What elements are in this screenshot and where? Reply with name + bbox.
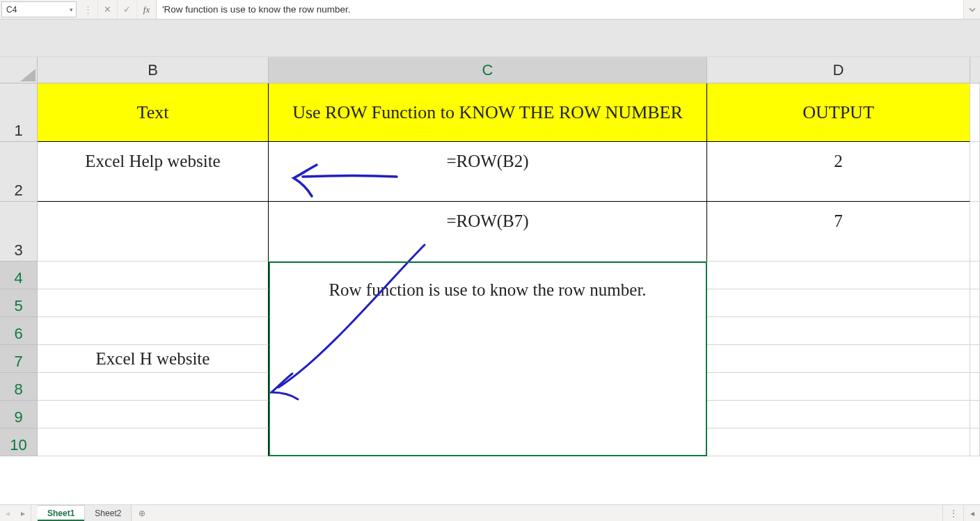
cell-edge xyxy=(970,262,980,289)
cell-text: =ROW(B7) xyxy=(446,211,528,231)
cell-C3[interactable]: =ROW(B7) xyxy=(269,202,707,262)
sheet-tab-sheet1[interactable]: Sheet1 xyxy=(38,505,85,521)
cell-D1[interactable]: OUTPUT xyxy=(707,83,970,142)
spacer xyxy=(152,505,942,521)
row-header-5[interactable]: 5 xyxy=(0,289,38,317)
row-header-4[interactable]: 4 xyxy=(0,262,38,289)
cell-text: Use ROW Function to KNOW THE ROW NUMBER xyxy=(292,102,683,123)
name-box-value: C4 xyxy=(6,5,17,15)
cell-D5[interactable] xyxy=(707,289,970,317)
col-header-D[interactable]: D xyxy=(707,57,970,83)
triangle-left-icon: ◂ xyxy=(970,508,974,518)
cell-text: 2 xyxy=(834,152,843,171)
chevron-down-icon xyxy=(969,6,976,13)
cell-D8[interactable] xyxy=(707,373,970,401)
ribbon-spacer xyxy=(0,19,980,57)
cell-text: Excel H website xyxy=(96,349,210,369)
col-header-edge xyxy=(970,57,980,83)
cell-B10[interactable] xyxy=(38,428,269,456)
cell-B4[interactable] xyxy=(38,262,269,289)
row-header-9[interactable]: 9 xyxy=(0,401,38,428)
cell-edge xyxy=(970,202,980,262)
x-icon: ✕ xyxy=(104,4,111,15)
name-box[interactable]: C4 ▾ xyxy=(1,1,77,17)
cell-D3[interactable]: 7 xyxy=(707,202,970,262)
cell-D6[interactable] xyxy=(707,317,970,345)
fx-icon: fx xyxy=(143,4,150,15)
row-header-10[interactable]: 10 xyxy=(0,428,38,456)
cell-text: =ROW(B2) xyxy=(446,152,528,171)
hscroll-left-button[interactable]: ◂ xyxy=(963,505,980,521)
cell-B8[interactable] xyxy=(38,373,269,401)
tab-scroll-right-button[interactable]: ▸ xyxy=(15,505,31,521)
cell-edge xyxy=(970,317,980,345)
cell-text: Text xyxy=(137,102,169,123)
plus-circle-icon: ⊕ xyxy=(139,508,145,518)
triangle-left-icon: ◂ xyxy=(6,508,10,518)
cell-text: OUTPUT xyxy=(803,102,874,123)
select-all-corner[interactable] xyxy=(0,57,38,83)
cell-B6[interactable] xyxy=(38,317,269,345)
cell-D10[interactable] xyxy=(707,428,970,456)
expand-formula-bar-button[interactable] xyxy=(963,0,980,19)
new-sheet-button[interactable]: ⊕ xyxy=(132,505,152,521)
tab-label: Sheet2 xyxy=(95,508,121,518)
sheet-tab-bar: ◂ ▸ Sheet1 Sheet2 ⊕ ⋮ ◂ xyxy=(0,504,980,521)
check-icon: ✓ xyxy=(123,4,131,15)
row-header-1[interactable]: 1 xyxy=(0,83,38,142)
row-header-6[interactable]: 6 xyxy=(0,317,38,345)
sheet-tab-sheet2[interactable]: Sheet2 xyxy=(85,505,132,521)
formula-input[interactable]: 'Row function is use to know the row num… xyxy=(156,0,963,19)
cell-text: 7 xyxy=(834,211,843,231)
cell-B3[interactable] xyxy=(38,202,269,262)
cell-D7[interactable] xyxy=(707,345,970,373)
cell-edge xyxy=(970,428,980,456)
formula-bar: C4 ▾ ⋮ ✕ ✓ fx 'Row function is use to kn… xyxy=(0,0,980,19)
cell-edge xyxy=(970,345,980,373)
cell-C4-merged[interactable]: Row function is use to know the row numb… xyxy=(269,262,707,456)
col-header-B[interactable]: B xyxy=(38,57,269,83)
separator xyxy=(31,505,38,521)
cell-B5[interactable] xyxy=(38,289,269,317)
cell-edge xyxy=(970,142,980,202)
row-header-8[interactable]: 8 xyxy=(0,373,38,401)
cell-B1[interactable]: Text xyxy=(38,83,269,142)
dots-icon: ⋮ xyxy=(949,508,958,518)
cell-C2[interactable]: =ROW(B2) xyxy=(269,142,707,202)
cell-B9[interactable] xyxy=(38,401,269,428)
worksheet-area: B C D 1 Text Use ROW Function to KNOW TH… xyxy=(0,57,980,504)
cell-edge xyxy=(970,289,980,317)
spreadsheet-grid[interactable]: B C D 1 Text Use ROW Function to KNOW TH… xyxy=(0,57,980,456)
formula-text: 'Row function is use to know the row num… xyxy=(162,4,350,15)
cell-C1[interactable]: Use ROW Function to KNOW THE ROW NUMBER xyxy=(269,83,707,142)
cell-edge xyxy=(970,401,980,428)
cell-text: Row function is use to know the row numb… xyxy=(329,278,646,302)
cell-D2[interactable]: 2 xyxy=(707,142,970,202)
chevron-down-icon[interactable]: ▾ xyxy=(70,6,73,13)
cancel-button[interactable]: ✕ xyxy=(97,0,117,19)
separator-dots-icon: ⋮ xyxy=(78,0,97,19)
cell-edge xyxy=(970,83,980,142)
cell-B7[interactable]: Excel H website xyxy=(38,345,269,373)
row-header-3[interactable]: 3 xyxy=(0,202,38,262)
row-header-2[interactable]: 2 xyxy=(0,142,38,202)
insert-function-button[interactable]: fx xyxy=(136,0,156,19)
cell-B2[interactable]: Excel Help website xyxy=(38,142,269,202)
tab-options-button[interactable]: ⋮ xyxy=(942,505,963,521)
cell-D4[interactable] xyxy=(707,262,970,289)
triangle-right-icon: ▸ xyxy=(21,508,25,518)
cell-D9[interactable] xyxy=(707,401,970,428)
row-header-7[interactable]: 7 xyxy=(0,345,38,373)
tab-scroll-left-button[interactable]: ◂ xyxy=(0,505,15,521)
cell-text: Excel Help website xyxy=(85,152,220,171)
cell-edge xyxy=(970,373,980,401)
accept-button[interactable]: ✓ xyxy=(117,0,136,19)
tab-label: Sheet1 xyxy=(47,508,74,518)
col-header-C[interactable]: C xyxy=(269,57,707,83)
